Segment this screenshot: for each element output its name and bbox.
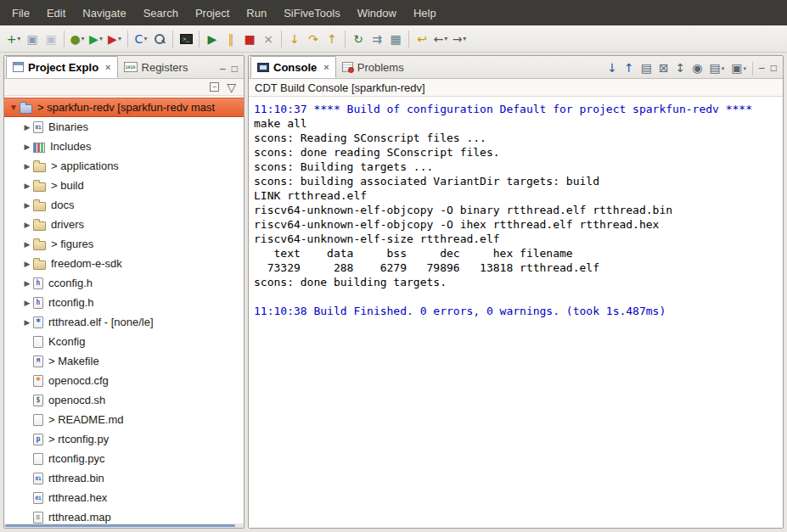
expand-arrow-icon[interactable]: ▶: [21, 279, 33, 288]
minimize-button[interactable]: –: [759, 63, 765, 73]
tree-item-applications[interactable]: ▶> applications: [4, 156, 244, 176]
scrollbar-thumb[interactable]: [5, 524, 235, 527]
instruction-stepping-button[interactable]: ⇉: [368, 29, 386, 49]
tree-item-rtconfig-pyc[interactable]: rtconfig.pyc: [4, 449, 244, 468]
last-edit-location-button[interactable]: ↩: [413, 29, 431, 49]
terminate-button[interactable]: ■: [240, 29, 259, 49]
step-into-button[interactable]: ↓: [285, 29, 304, 49]
tree-item-figures[interactable]: ▶> figures: [4, 234, 244, 254]
restart-button[interactable]: ↻: [349, 29, 368, 49]
tree-item-makefile[interactable]: > Makefile: [4, 351, 244, 371]
scroll-lock-button[interactable]: ↕: [676, 62, 686, 74]
tree-item-label: > rtconfig.py: [48, 433, 109, 445]
tree-item-rtconfig-h[interactable]: ▶rtconfig.h: [4, 293, 244, 312]
dropdown-arrow-icon[interactable]: ▾: [82, 35, 85, 42]
tree-item-rtconfig-py[interactable]: > rtconfig.py: [4, 429, 244, 449]
dropdown-arrow-icon[interactable]: ▾: [118, 35, 121, 42]
expand-arrow-icon[interactable]: ▶: [21, 201, 33, 210]
tab-project-explorer[interactable]: Project Explo ×: [6, 56, 118, 78]
expand-arrow-icon[interactable]: ▶: [21, 318, 33, 327]
open-terminal-button[interactable]: [177, 29, 195, 49]
tree-item-cconfig-h[interactable]: ▶cconfig.h: [4, 273, 244, 293]
forward-button[interactable]: →▾: [450, 29, 469, 49]
menu-run[interactable]: Run: [238, 0, 275, 25]
display-selected-console-button[interactable]: ▤▾: [710, 62, 725, 74]
dropdown-arrow-icon[interactable]: ▾: [744, 65, 747, 71]
pin-console-button[interactable]: ◉: [692, 62, 702, 74]
expand-arrow-icon[interactable]: ▶: [21, 299, 33, 307]
search-button[interactable]: [150, 29, 169, 49]
save-button[interactable]: ▣: [23, 29, 42, 49]
tab-problems[interactable]: Problems: [336, 56, 410, 78]
maximize-button[interactable]: □: [771, 63, 777, 73]
external-tools-button[interactable]: ▶▾: [105, 29, 124, 49]
clear-console-button[interactable]: ⊠: [659, 62, 669, 74]
tree-item-openocd-cfg[interactable]: openocd.cfg: [4, 371, 244, 390]
open-console-button[interactable]: ▣▾: [731, 62, 746, 74]
save-all-button[interactable]: ▣: [42, 29, 60, 49]
expand-arrow-icon[interactable]: ▶: [21, 123, 33, 132]
step-over-button[interactable]: ↷: [304, 29, 323, 49]
expand-arrow-icon[interactable]: ▶: [21, 221, 33, 229]
menu-sifivetools[interactable]: SiFiveTools: [275, 0, 348, 25]
expand-arrow-icon[interactable]: ▶: [21, 143, 33, 151]
horizontal-scrollbar[interactable]: [4, 524, 244, 528]
tree-item-rtthread-bin[interactable]: rtthread.bin: [4, 468, 244, 488]
collapse-arrow-icon[interactable]: ▼: [8, 103, 20, 112]
tree-item-binaries[interactable]: ▶Binaries: [4, 117, 244, 137]
suspend-button[interactable]: ‖: [222, 29, 240, 49]
expand-arrow-icon[interactable]: ▶: [21, 240, 33, 249]
tree-item-docs[interactable]: ▶docs: [4, 195, 244, 215]
dropdown-arrow-icon[interactable]: ▾: [463, 35, 466, 42]
tree-item-openocd-sh[interactable]: openocd.sh: [4, 390, 244, 410]
resume-button[interactable]: ▶: [203, 29, 222, 49]
previous-error-button[interactable]: ↑: [624, 62, 634, 74]
tree-item-freedom-e-sdk[interactable]: ▶freedom-e-sdk: [4, 254, 244, 273]
tree-item-drivers[interactable]: ▶drivers: [4, 215, 244, 234]
tab-console[interactable]: Console ×: [250, 56, 336, 78]
new-wizard-button[interactable]: +▾: [4, 29, 23, 49]
dropdown-arrow-icon[interactable]: ▾: [17, 35, 20, 42]
tab-registers[interactable]: Registers: [118, 56, 194, 78]
collapse-all-button[interactable]: −: [210, 82, 219, 92]
expand-arrow-icon[interactable]: ▶: [21, 162, 33, 171]
dropdown-arrow-icon[interactable]: ▾: [722, 65, 725, 71]
menu-edit[interactable]: Edit: [38, 0, 74, 25]
dropdown-arrow-icon[interactable]: ▾: [444, 35, 447, 42]
console-panel: Console × Problems ↓↑▤⊠↕◉▤▾▣▾ – □ CDT Bu…: [248, 55, 784, 529]
menu-help[interactable]: Help: [405, 0, 445, 25]
debug-button[interactable]: ●▾: [68, 29, 87, 49]
close-icon[interactable]: ×: [105, 63, 110, 72]
tree-item-rtthread-hex[interactable]: rtthread.hex: [4, 488, 244, 507]
console-output[interactable]: 11:10:37 **** Build of configuration Def…: [249, 97, 783, 528]
expand-arrow-icon[interactable]: ▶: [21, 182, 33, 190]
tree-item-rtthread-elf-none-le[interactable]: ▶rtthread.elf - [none/le]: [4, 312, 244, 332]
new-c-cpp-project-button[interactable]: C▾: [132, 29, 150, 49]
menu-navigate[interactable]: Navigate: [74, 0, 134, 25]
memory-view-button[interactable]: ▦: [386, 29, 405, 49]
menu-search[interactable]: Search: [135, 0, 187, 25]
menu-window[interactable]: Window: [349, 0, 405, 25]
back-button[interactable]: ←▾: [431, 29, 450, 49]
tree-item-readme-md[interactable]: > README.md: [4, 410, 244, 429]
tree-item-includes[interactable]: ▶Includes: [4, 137, 244, 156]
tree-item-kconfig[interactable]: Kconfig: [4, 332, 244, 351]
copy-build-log-button[interactable]: ▤: [641, 62, 652, 74]
dropdown-arrow-icon[interactable]: ▾: [143, 35, 147, 42]
disconnect-button[interactable]: ×: [259, 29, 278, 49]
dropdown-arrow-icon[interactable]: ▾: [99, 35, 103, 42]
maximize-button[interactable]: □: [232, 64, 238, 74]
run-button[interactable]: ▶▾: [87, 29, 105, 49]
minimize-button[interactable]: –: [220, 64, 226, 74]
tree-item-rtthread-map[interactable]: rtthread.map: [4, 507, 244, 524]
close-icon[interactable]: ×: [323, 63, 329, 72]
expand-arrow-icon[interactable]: ▶: [21, 260, 33, 268]
project-tree[interactable]: ▼> sparkfun-redv [sparkfun-redv mast▶Bin…: [4, 96, 244, 524]
view-menu-button[interactable]: ▽: [227, 81, 236, 93]
step-return-button[interactable]: ↑: [323, 29, 341, 49]
tree-item-sparkfun-redv-sparkfun-redv-mast[interactable]: ▼> sparkfun-redv [sparkfun-redv mast: [4, 98, 244, 117]
next-error-button[interactable]: ↓: [607, 62, 617, 74]
tree-item-build[interactable]: ▶> build: [4, 176, 244, 195]
menu-file[interactable]: File: [3, 0, 38, 25]
menu-project[interactable]: Project: [187, 0, 238, 25]
